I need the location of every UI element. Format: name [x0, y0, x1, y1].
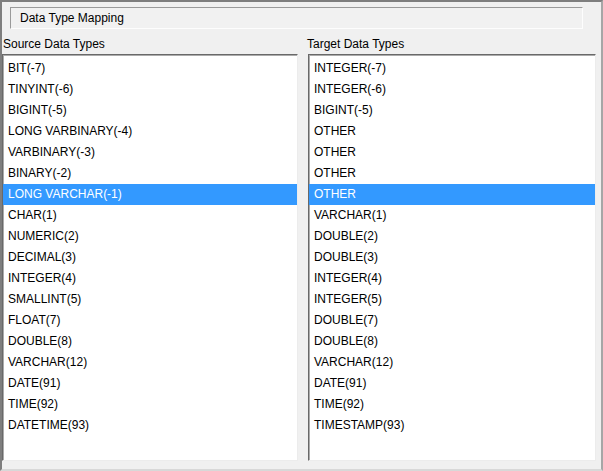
list-item[interactable]: TIMESTAMP(93): [309, 415, 595, 436]
list-item[interactable]: INTEGER(-6): [309, 79, 595, 100]
list-item[interactable]: SMALLINT(5): [3, 289, 297, 310]
list-item[interactable]: INTEGER(5): [309, 289, 595, 310]
list-item[interactable]: VARCHAR(12): [309, 352, 595, 373]
list-item[interactable]: DECIMAL(3): [3, 247, 297, 268]
list-item[interactable]: BIGINT(-5): [3, 100, 297, 121]
list-item[interactable]: CHAR(1): [3, 205, 297, 226]
list-item[interactable]: TIME(92): [3, 394, 297, 415]
list-item[interactable]: INTEGER(-7): [309, 58, 595, 79]
list-item[interactable]: OTHER: [309, 142, 595, 163]
source-list-items: BIT(-7)TINYINT(-6)BIGINT(-5)LONG VARBINA…: [3, 55, 297, 436]
list-item[interactable]: OTHER: [309, 163, 595, 184]
list-item[interactable]: DOUBLE(7): [309, 310, 595, 331]
list-item[interactable]: DOUBLE(8): [309, 331, 595, 352]
list-item[interactable]: BIT(-7): [3, 58, 297, 79]
list-item[interactable]: FLOAT(7): [3, 310, 297, 331]
list-item[interactable]: VARCHAR(12): [3, 352, 297, 373]
data-type-mapping-dialog: Data Type Mapping Source Data Types Targ…: [0, 0, 603, 471]
list-item[interactable]: OTHER: [309, 121, 595, 142]
source-data-types-listbox[interactable]: BIT(-7)TINYINT(-6)BIGINT(-5)LONG VARBINA…: [2, 54, 298, 461]
list-item[interactable]: DATE(91): [3, 373, 297, 394]
list-item[interactable]: NUMERIC(2): [3, 226, 297, 247]
list-item[interactable]: INTEGER(4): [3, 268, 297, 289]
source-list-label: Source Data Types: [3, 36, 105, 52]
dialog-title-field: Data Type Mapping: [10, 7, 583, 29]
list-item[interactable]: DATETIME(93): [3, 415, 297, 436]
list-item[interactable]: DOUBLE(8): [3, 331, 297, 352]
list-item[interactable]: DATE(91): [309, 373, 595, 394]
list-item[interactable]: BINARY(-2): [3, 163, 297, 184]
target-data-types-listbox[interactable]: INTEGER(-7)INTEGER(-6)BIGINT(-5)OTHEROTH…: [308, 54, 596, 461]
list-item[interactable]: DOUBLE(2): [309, 226, 595, 247]
list-item[interactable]: VARCHAR(1): [309, 205, 595, 226]
list-item[interactable]: OTHER: [309, 184, 595, 205]
list-item[interactable]: VARBINARY(-3): [3, 142, 297, 163]
list-item[interactable]: TINYINT(-6): [3, 79, 297, 100]
list-item[interactable]: LONG VARCHAR(-1): [3, 184, 297, 205]
list-item[interactable]: LONG VARBINARY(-4): [3, 121, 297, 142]
list-item[interactable]: DOUBLE(3): [309, 247, 595, 268]
list-item[interactable]: BIGINT(-5): [309, 100, 595, 121]
target-list-items: INTEGER(-7)INTEGER(-6)BIGINT(-5)OTHEROTH…: [309, 55, 595, 436]
list-item[interactable]: INTEGER(4): [309, 268, 595, 289]
target-list-label: Target Data Types: [307, 36, 404, 52]
list-item[interactable]: TIME(92): [309, 394, 595, 415]
